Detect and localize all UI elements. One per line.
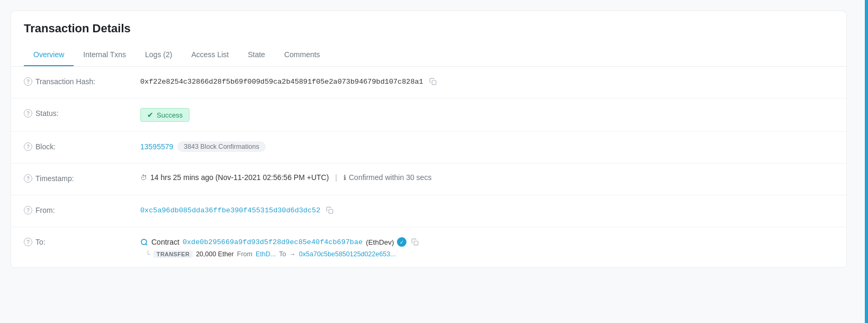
to-label: ? To: bbox=[24, 237, 140, 246]
block-label-text: Block: bbox=[35, 142, 56, 151]
copy-contract-button[interactable] bbox=[410, 237, 420, 247]
from-value: 0xc5a96db085dda36ffbe390f455315d30d6d3dc… bbox=[140, 205, 834, 216]
timestamp-ago-text: 14 hrs 25 mins ago (Nov-11-2021 02:56:56… bbox=[150, 173, 329, 182]
transaction-hash-row: ? Transaction Hash: 0xf22e8254c32866d28f… bbox=[11, 67, 846, 98]
tree-branch-icon: └ bbox=[146, 250, 150, 258]
ethdev-badge: (EthDev) bbox=[366, 238, 394, 246]
svg-rect-1 bbox=[329, 209, 333, 213]
timestamp-label: ? Timestamp: bbox=[24, 173, 140, 183]
tab-access-list[interactable]: Access List bbox=[182, 44, 238, 66]
confirmations-badge: 3843 Block Confirmations bbox=[177, 141, 265, 152]
transfer-to-label: To bbox=[279, 250, 286, 258]
timestamp-row: ? Timestamp: ⏱ 14 hrs 25 mins ago (Nov-1… bbox=[11, 164, 846, 195]
tab-state[interactable]: State bbox=[238, 44, 275, 66]
transaction-hash-help-icon[interactable]: ? bbox=[24, 77, 32, 86]
to-main: Contract 0xde0b295669a9fd93d5f28d9ec85e4… bbox=[140, 237, 420, 247]
transfer-label-badge: TRANSFER bbox=[153, 250, 193, 258]
tab-logs[interactable]: Logs (2) bbox=[135, 44, 182, 66]
transfer-amount-text: 20,000 Ether bbox=[196, 250, 234, 258]
contract-search-icon bbox=[140, 238, 148, 246]
block-number-link[interactable]: 13595579 bbox=[140, 142, 173, 151]
from-label-text: From: bbox=[35, 206, 55, 214]
contract-label-text: Contract bbox=[151, 238, 179, 246]
status-badge: ✔ Success bbox=[140, 108, 189, 122]
transaction-hash-label: ? Transaction Hash: bbox=[24, 76, 140, 86]
timestamp-help-icon[interactable]: ? bbox=[24, 174, 32, 183]
clock-icon: ⏱ bbox=[140, 174, 147, 182]
confirmed-text: ℹ Confirmed within 30 secs bbox=[343, 173, 431, 182]
status-row: ? Status: ✔ Success bbox=[11, 98, 846, 132]
transfer-arrow-icon: → bbox=[289, 250, 296, 258]
transaction-hash-value: 0xf22e8254c32866d28f5b69f009d59ca2b45891… bbox=[140, 76, 834, 87]
timestamp-text: ⏱ 14 hrs 25 mins ago (Nov-11-2021 02:56:… bbox=[140, 173, 329, 182]
timestamp-value: ⏱ 14 hrs 25 mins ago (Nov-11-2021 02:56:… bbox=[140, 173, 834, 182]
tabs-nav: Overview Internal Txns Logs (2) Access L… bbox=[24, 44, 834, 66]
info-icon: ℹ bbox=[343, 174, 346, 182]
copy-from-button[interactable] bbox=[324, 205, 335, 216]
transfer-from-label: From bbox=[237, 250, 252, 258]
to-row: ? To: Contract 0xde0b295669a9fd93d5f28d9… bbox=[11, 227, 846, 267]
contract-address-link[interactable]: 0xde0b295669a9fd93d5f28d9ec85e40f4cb697b… bbox=[183, 238, 363, 246]
svg-point-2 bbox=[141, 239, 147, 244]
status-value: ✔ Success bbox=[140, 108, 834, 122]
card-body: ? Transaction Hash: 0xf22e8254c32866d28f… bbox=[11, 67, 846, 267]
contract-name-text: (EthDev) bbox=[366, 238, 394, 246]
corner-accent bbox=[865, 0, 868, 279]
tab-overview[interactable]: Overview bbox=[24, 44, 74, 66]
from-label: ? From: bbox=[24, 205, 140, 214]
status-label: ? Status: bbox=[24, 108, 140, 118]
card-header: Transaction Details Overview Internal Tx… bbox=[11, 11, 846, 67]
block-row: ? Block: 13595579 3843 Block Confirmatio… bbox=[11, 132, 846, 164]
to-help-icon[interactable]: ? bbox=[24, 238, 32, 246]
copy-hash-button[interactable] bbox=[428, 76, 438, 87]
page-title: Transaction Details bbox=[24, 22, 834, 35]
transfer-row: └ TRANSFER 20,000 Ether From EthD... To … bbox=[140, 250, 420, 258]
to-label-text: To: bbox=[35, 238, 46, 246]
svg-line-3 bbox=[146, 244, 147, 245]
from-help-icon[interactable]: ? bbox=[24, 206, 32, 214]
from-address-link[interactable]: 0xc5a96db085dda36ffbe390f455315d30d6d3dc… bbox=[140, 207, 320, 214]
to-value: Contract 0xde0b295669a9fd93d5f28d9ec85e4… bbox=[140, 237, 834, 258]
timestamp-divider: | bbox=[335, 173, 337, 182]
transfer-from-link[interactable]: EthD... bbox=[256, 250, 276, 258]
from-row: ? From: 0xc5a96db085dda36ffbe390f455315d… bbox=[11, 195, 846, 227]
status-help-icon[interactable]: ? bbox=[24, 109, 32, 118]
svg-rect-0 bbox=[432, 80, 436, 85]
timestamp-label-text: Timestamp: bbox=[35, 174, 74, 183]
verified-check-icon: ✓ bbox=[397, 237, 406, 247]
confirmed-within-text: Confirmed within 30 secs bbox=[349, 173, 431, 182]
block-value: 13595579 3843 Block Confirmations bbox=[140, 141, 834, 152]
svg-rect-4 bbox=[414, 241, 419, 245]
status-label-text: Status: bbox=[35, 109, 59, 118]
status-check-icon: ✔ bbox=[147, 111, 153, 119]
to-section: Contract 0xde0b295669a9fd93d5f28d9ec85e4… bbox=[140, 237, 420, 258]
tab-internal-txns[interactable]: Internal Txns bbox=[74, 44, 135, 66]
block-label: ? Block: bbox=[24, 141, 140, 151]
transaction-hash-text: 0xf22e8254c32866d28f5b69f009d59ca2b45891… bbox=[140, 78, 423, 86]
transaction-details-card: Transaction Details Overview Internal Tx… bbox=[11, 11, 847, 268]
transaction-hash-label-text: Transaction Hash: bbox=[35, 77, 95, 86]
block-help-icon[interactable]: ? bbox=[24, 142, 32, 151]
tab-comments[interactable]: Comments bbox=[275, 44, 330, 66]
status-badge-text: Success bbox=[157, 111, 183, 119]
transfer-to-link[interactable]: 0x5a70c5be5850125d022e653... bbox=[299, 250, 396, 258]
